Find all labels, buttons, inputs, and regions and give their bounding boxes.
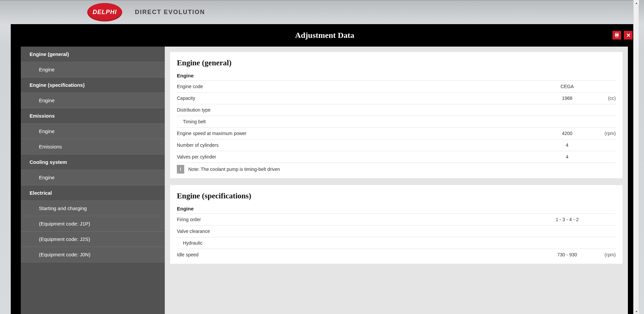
data-row: Number of cylinders4	[177, 139, 616, 151]
cell-c2: CEGA	[542, 84, 592, 89]
card-section: Engine	[177, 206, 616, 211]
scroll-down-button[interactable]: ▾	[634, 309, 639, 314]
cell-c1: Distribution type	[177, 107, 542, 113]
card-section: Engine	[177, 73, 616, 78]
cell-c1: Idle speed	[177, 252, 542, 257]
card-title: Engine (specifications)	[177, 192, 616, 200]
sidebar-section-header[interactable]: Cooling system	[21, 154, 165, 170]
sidebar-section-header[interactable]: Engine (general)	[21, 47, 165, 62]
data-card: Engine (general)EngineEngine codeCEGACap…	[170, 52, 623, 178]
data-row: Idle speed730 - 930(rpm)	[177, 249, 616, 260]
sidebar-item[interactable]: (Equipment code: J2S)	[21, 232, 165, 247]
cell-c3: (rpm)	[592, 252, 616, 257]
card-title: Engine (general)	[177, 59, 616, 67]
cell-c1: Number of cylinders	[177, 142, 542, 148]
brand-tagline: DIRECT EVOLUTION	[135, 9, 205, 16]
app-header: DELPHI DIRECT EVOLUTION	[0, 0, 639, 24]
data-row: Timing belt	[177, 116, 616, 127]
data-row: Capacity1968(cc)	[177, 92, 616, 104]
cell-c1: Capacity	[177, 96, 542, 101]
cell-c1: Engine speed at maximum power	[177, 131, 542, 136]
sidebar-item[interactable]: (Equipment code: J0N)	[21, 247, 165, 262]
cell-c3: (rpm)	[592, 131, 616, 136]
sidebar-section-header[interactable]: Engine (specifications)	[21, 77, 165, 93]
data-row: Engine codeCEGA	[177, 80, 616, 92]
close-button[interactable]: ✕	[624, 31, 633, 40]
note-row: !Note: The coolant pump is timing-belt d…	[177, 163, 616, 175]
sidebar-item[interactable]: Engine	[21, 93, 165, 108]
cell-c1: Firing order	[177, 217, 542, 222]
svg-rect-0	[615, 33, 618, 34]
print-button[interactable]	[612, 31, 621, 40]
data-row: Valves per cylinder4	[177, 151, 616, 163]
data-card: Engine (specifications)EngineFiring orde…	[170, 185, 623, 264]
sidebar: Engine (general)EngineEngine (specificat…	[21, 47, 165, 314]
svg-rect-2	[616, 36, 618, 37]
cell-c1: Valves per cylinder	[177, 154, 542, 160]
note-badge-icon: !	[177, 165, 184, 174]
data-row: Hydraulic	[177, 237, 616, 249]
data-row: Engine speed at maximum power4200(rpm)	[177, 127, 616, 139]
cell-c1: Hydraulic	[177, 240, 542, 246]
sidebar-item[interactable]: Emissions	[21, 139, 165, 154]
vertical-scrollbar[interactable]: ▴ ▾	[633, 0, 639, 314]
data-row: Firing order1 - 3 - 4 - 2	[177, 213, 616, 225]
sidebar-section-header[interactable]: Emissions	[21, 108, 165, 124]
main-panel: Adjustment Data ✕ Engine (general)Engine…	[11, 24, 639, 314]
cell-c2: 1968	[542, 96, 592, 101]
sidebar-item[interactable]: Engine	[21, 124, 165, 139]
sidebar-item[interactable]: Starting and charging	[21, 201, 165, 216]
print-icon	[614, 33, 620, 38]
cell-c1: Valve clearance	[177, 229, 542, 234]
close-icon: ✕	[626, 32, 631, 39]
cell-c3: (cc)	[592, 96, 616, 101]
sidebar-item[interactable]: Engine	[21, 62, 165, 77]
cell-c2: 4200	[542, 131, 592, 136]
data-row: Valve clearance	[177, 225, 616, 237]
sidebar-item[interactable]: (Equipment code: J1P)	[21, 216, 165, 232]
brand-logo: DELPHI	[87, 3, 122, 21]
cell-c2: 4	[542, 154, 592, 160]
sidebar-section-header[interactable]: Electrical	[21, 185, 165, 201]
cell-c2: 730 - 930	[542, 252, 592, 257]
cell-c2: 1 - 3 - 4 - 2	[542, 217, 592, 222]
content-area: Engine (general)EngineEngine codeCEGACap…	[165, 47, 628, 314]
page-title: Adjustment Data	[295, 31, 354, 40]
scroll-up-button[interactable]: ▴	[634, 0, 639, 5]
cell-c2: 4	[542, 142, 592, 148]
data-row: Distribution type	[177, 104, 616, 116]
cell-c1: Engine code	[177, 84, 542, 89]
sidebar-item[interactable]: Engine	[21, 170, 165, 185]
note-text: Note: The coolant pump is timing-belt dr…	[188, 167, 280, 172]
cell-c1: Timing belt	[177, 119, 542, 124]
